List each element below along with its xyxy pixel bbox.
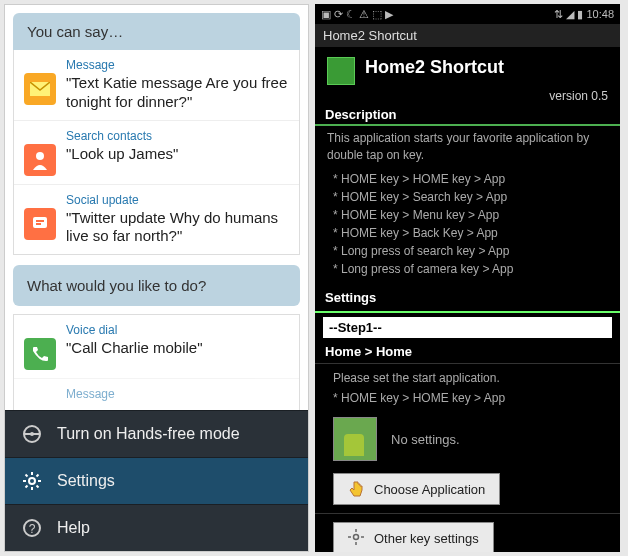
no-settings-row[interactable]: No settings. — [315, 409, 620, 469]
steering-wheel-icon — [21, 423, 43, 445]
clock: 10:48 — [586, 8, 614, 20]
example-message[interactable]: Message "Text Katie message Are you free… — [14, 50, 299, 120]
please-set-item: * HOME key > HOME key > App — [315, 388, 620, 409]
svg-point-19 — [354, 535, 359, 540]
status-icon: ☾ — [346, 8, 356, 21]
menu-label: Help — [57, 519, 90, 537]
divider — [315, 363, 620, 364]
voice-assistant-screen: You can say… Message "Text Katie message… — [4, 4, 309, 552]
prompt-bubble: What would you like to do? — [13, 265, 300, 306]
wifi-icon: ⇅ — [554, 8, 563, 21]
example-category: Message — [66, 387, 289, 401]
settings-header: Settings — [315, 286, 620, 307]
description-text: This application starts your favorite ap… — [315, 130, 620, 168]
example-category: Message — [66, 58, 289, 72]
no-settings-text: No settings. — [391, 432, 460, 447]
list-item: * Long press of camera key > App — [333, 260, 608, 278]
description-list: * HOME key > HOME key > App * HOME key >… — [315, 168, 620, 286]
status-icon: ▶ — [385, 8, 393, 21]
divider — [315, 513, 620, 514]
divider — [315, 311, 620, 313]
example-contacts[interactable]: Search contacts "Look up James" — [14, 120, 299, 184]
menu-label: Turn on Hands-free mode — [57, 425, 240, 443]
example-quote: "Text Katie message Are you free tonight… — [66, 74, 289, 112]
example-social[interactable]: Social update "Twitter update Why do hum… — [14, 184, 299, 255]
gear-icon — [348, 529, 366, 547]
window-title: Home2 Shortcut — [315, 24, 620, 47]
step1-label: --Step1-- — [323, 317, 612, 338]
status-icon: ⟳ — [334, 8, 343, 21]
choose-application-button[interactable]: Choose Application — [333, 473, 500, 505]
app-version: version 0.5 — [315, 89, 608, 103]
home-home-label: Home > Home — [315, 340, 620, 359]
status-icon: ⬚ — [372, 8, 382, 21]
overflow-menu: Turn on Hands-free mode Settings ? Help — [5, 410, 308, 551]
menu-help[interactable]: ? Help — [5, 504, 308, 551]
please-set-text: Please set the start application. — [315, 368, 620, 389]
example-category: Social update — [66, 193, 289, 207]
svg-rect-4 — [36, 223, 41, 225]
button-label: Other key settings — [374, 531, 479, 546]
battery-icon: ▮ — [577, 8, 583, 21]
menu-handsfree[interactable]: Turn on Hands-free mode — [5, 410, 308, 457]
svg-rect-2 — [33, 217, 47, 228]
gear-icon — [21, 470, 43, 492]
svg-rect-3 — [36, 220, 44, 222]
status-icon: ⚠ — [359, 8, 369, 21]
example-voice-dial[interactable]: Voice dial "Call Charlie mobile" — [14, 315, 299, 378]
list-item: * HOME key > Menu key > App — [333, 206, 608, 224]
svg-text:?: ? — [29, 522, 36, 536]
you-can-say-header: You can say… — [13, 13, 300, 50]
phone-icon — [24, 338, 56, 370]
hand-pointer-icon — [348, 480, 366, 498]
status-bar: ▣ ⟳ ☾ ⚠ ⬚ ▶ ⇅ ◢ ▮ 10:48 — [315, 4, 620, 24]
example-quote: "Look up James" — [66, 145, 289, 164]
example-quote: "Twitter update Why do humans live so fa… — [66, 209, 289, 247]
contact-icon — [24, 144, 56, 176]
home2-shortcut-screen: ▣ ⟳ ☾ ⚠ ⬚ ▶ ⇅ ◢ ▮ 10:48 Home2 Shortcut H… — [315, 4, 620, 552]
svg-line-14 — [37, 486, 39, 488]
button-label: Choose Application — [374, 482, 485, 497]
svg-point-8 — [29, 478, 35, 484]
svg-point-1 — [36, 152, 44, 160]
example-category: Voice dial — [66, 323, 289, 337]
example-category: Search contacts — [66, 129, 289, 143]
divider — [315, 124, 620, 126]
status-icon: ▣ — [321, 8, 331, 21]
menu-settings[interactable]: Settings — [5, 457, 308, 504]
list-item: * HOME key > Search key > App — [333, 188, 608, 206]
list-item: * Long press of search key > App — [333, 242, 608, 260]
other-key-settings-button[interactable]: Other key settings — [333, 522, 494, 552]
description-header: Description — [315, 103, 620, 124]
app-header: Home2 Shortcut — [315, 47, 620, 91]
signal-icon: ◢ — [566, 8, 574, 21]
social-icon — [24, 208, 56, 240]
menu-label: Settings — [57, 472, 115, 490]
list-item: * HOME key > HOME key > App — [333, 170, 608, 188]
svg-line-16 — [37, 475, 39, 477]
svg-line-13 — [26, 475, 28, 477]
message-icon — [24, 73, 56, 105]
android-icon — [333, 417, 377, 461]
example-quote: "Call Charlie mobile" — [66, 339, 289, 358]
help-icon: ? — [21, 517, 43, 539]
app-title: Home2 Shortcut — [365, 57, 608, 78]
svg-line-15 — [26, 486, 28, 488]
examples-card: Message "Text Katie message Are you free… — [13, 50, 300, 255]
list-item: * HOME key > Back Key > App — [333, 224, 608, 242]
app-icon — [327, 57, 355, 85]
